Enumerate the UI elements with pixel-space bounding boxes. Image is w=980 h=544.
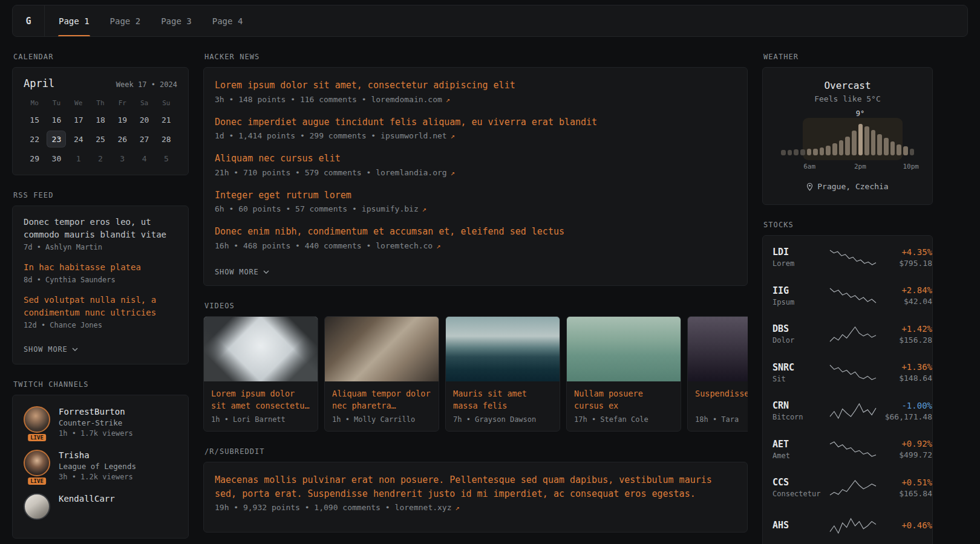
weather-widget: WEATHER Overcast Feels like 5°C 9° 6am2p…	[762, 53, 933, 205]
hackernews-show-more-button[interactable]: SHOW MORE	[215, 268, 269, 276]
source-link[interactable]: ipsumworld.net	[381, 131, 447, 140]
tab-page-3[interactable]: Page 3	[151, 5, 202, 36]
news-item[interactable]: Donec imperdiet augue tincidunt felis al…	[215, 115, 736, 141]
channel-avatar	[24, 450, 50, 476]
source-link[interactable]: loremnet.xyz	[395, 503, 452, 512]
hackernews-card: Lorem ipsum dolor sit amet, consectetur …	[203, 67, 748, 286]
weather-bar	[890, 141, 895, 155]
weather-peak-temp: 9°	[856, 109, 864, 118]
video-card-body: Nullam posuere cursus ex17h • Stefan Col…	[567, 381, 681, 432]
stock-row[interactable]: IIGIpsum+2.84%$42.04	[773, 277, 923, 316]
rss-item[interactable]: Sed volutpat nulla nisl, a condimentum n…	[24, 294, 177, 329]
weather-condition: Overcast	[774, 80, 921, 91]
weather-hourly-chart: 9°	[781, 124, 914, 155]
news-item-meta-text: 16h • 468 points • 440 comments •	[215, 241, 371, 250]
twitch-channel-category: Counter-Strike	[59, 418, 133, 427]
stock-ticker: CRN	[773, 400, 829, 411]
stock-name: Sit	[773, 375, 829, 383]
calendar-card: April Week 17 • 2024 MoTuWeThFrSaSu 1516…	[12, 67, 189, 175]
video-card[interactable]: Mauris sit amet massa felis7h • Grayson …	[445, 316, 560, 432]
twitch-channel[interactable]: LIVETrishaLeague of Legends3h • 1.2k vie…	[24, 450, 177, 481]
rss-item-title: Sed volutpat nulla nisl, a condimentum n…	[24, 294, 177, 319]
weather-bar	[910, 149, 915, 155]
video-card[interactable]: Aliquam tempor dolor nec pharetra…1h • M…	[324, 316, 439, 432]
source-link[interactable]: loremlandia.org	[376, 168, 446, 177]
stock-change: +0.92%	[877, 439, 932, 448]
stock-values: +0.51%$165.84	[877, 478, 932, 498]
news-item-meta-text: 19h • 9,932 points • 1,090 comments •	[215, 503, 390, 512]
stock-sparkline	[829, 249, 877, 266]
weather-card: Overcast Feels like 5°C 9° 6am2pm10pm Pr…	[762, 67, 933, 205]
news-item[interactable]: Lorem ipsum dolor sit amet, consectetur …	[215, 79, 736, 104]
stock-info: LDILorem	[773, 247, 829, 268]
weather-bar	[903, 146, 908, 155]
news-item[interactable]: Maecenas mollis pulvinar erat non posuer…	[215, 473, 736, 512]
stock-ticker: AET	[773, 439, 829, 450]
hackernews-widget: HACKER NEWS Lorem ipsum dolor sit amet, …	[203, 53, 748, 286]
twitch-channel-info: TrishaLeague of Legends3h • 1.2k viewers	[59, 450, 136, 481]
twitch-channel[interactable]: LIVEForrestBurtonCounter-Strike1h • 1.7k…	[24, 406, 177, 438]
rss-item[interactable]: Donec tempor eros leo, ut commodo mauris…	[24, 216, 177, 251]
news-item-title: Maecenas mollis pulvinar erat non posuer…	[215, 473, 736, 500]
video-title: Mauris sit amet massa felis	[453, 387, 552, 412]
source-link[interactable]: loremdomain.com	[371, 95, 442, 104]
stock-change: +1.42%	[877, 324, 932, 334]
video-card[interactable]: Suspendisse diam18h • Tara	[687, 316, 748, 432]
external-link-icon: ↗	[436, 242, 440, 250]
stock-sparkline-svg	[829, 479, 877, 496]
stock-row[interactable]: CRNBitcorn-1.00%$66,171.48	[773, 392, 923, 430]
weather-time-label: 10pm	[903, 163, 920, 170]
external-link-icon: ↗	[451, 169, 455, 177]
app-logo[interactable]: G	[13, 5, 45, 36]
stock-ticker: SNRC	[773, 362, 829, 373]
calendar-day: 5	[157, 151, 175, 166]
rss-show-more-button[interactable]: SHOW MORE	[24, 345, 78, 354]
calendar-day-headers: MoTuWeThFrSaSu	[24, 99, 177, 107]
stock-change: +0.51%	[877, 478, 932, 487]
topbar: G Page 1Page 2Page 3Page 4	[12, 5, 968, 37]
rss-item[interactable]: In hac habitasse platea8d • Cynthia Saun…	[24, 261, 177, 284]
video-card-body: Mauris sit amet massa felis7h • Grayson …	[446, 381, 560, 432]
stock-row[interactable]: CCSConsectetur+0.51%$165.84	[773, 468, 923, 507]
stock-row[interactable]: LDILorem+4.35%$795.18	[773, 238, 923, 277]
tab-page-1[interactable]: Page 1	[48, 5, 100, 36]
live-badge: LIVE	[28, 434, 46, 441]
video-card[interactable]: Lorem ipsum dolor sit amet consectetu…1h…	[203, 316, 318, 432]
news-item-title: Donec imperdiet augue tincidunt felis al…	[215, 115, 736, 129]
stock-info: CCSConsectetur	[773, 477, 829, 498]
calendar-day: 4	[136, 151, 154, 166]
video-card-body: Lorem ipsum dolor sit amet consectetu…1h…	[204, 381, 318, 432]
calendar-widget-title: CALENDAR	[13, 53, 189, 61]
calendar-day-header: Su	[162, 99, 170, 107]
news-item-title: Donec enim nibh, condimentum et accumsan…	[215, 225, 736, 239]
stocks-card: LDILorem+4.35%$795.18IIGIpsum+2.84%$42.0…	[762, 235, 933, 544]
tab-page-2[interactable]: Page 2	[100, 5, 151, 36]
news-item[interactable]: Donec enim nibh, condimentum et accumsan…	[215, 225, 736, 250]
stock-sparkline-svg	[829, 517, 877, 534]
source-link[interactable]: loremtech.co	[376, 241, 433, 250]
calendar-day-header: Mo	[31, 99, 39, 107]
weather-bar	[864, 126, 869, 155]
stock-row[interactable]: SNRCSit+1.36%$148.64	[773, 354, 923, 392]
news-item[interactable]: Aliquam nec cursus elit21h • 710 points …	[215, 152, 736, 177]
twitch-channel[interactable]: KendallCarr	[24, 493, 177, 520]
stock-row[interactable]: DBSDolor+1.42%$156.28	[773, 315, 923, 354]
stock-ticker: LDI	[773, 247, 829, 257]
news-item-meta-text: 1d • 1,414 points • 299 comments •	[215, 131, 376, 140]
stocks-widget: STOCKS LDILorem+4.35%$795.18IIGIpsum+2.8…	[762, 221, 933, 544]
news-item[interactable]: Integer eget rutrum lorem6h • 60 points …	[215, 189, 736, 214]
tab-page-4[interactable]: Page 4	[202, 5, 253, 36]
video-thumbnail	[567, 317, 681, 381]
weather-bar	[871, 130, 876, 155]
stock-row[interactable]: AHS+0.46%	[773, 507, 923, 544]
calendar-day: 15	[25, 112, 44, 128]
stock-values: +2.84%$42.04	[877, 285, 932, 306]
calendar-days-grid: 1516171819202122232425262728293012345	[24, 112, 177, 166]
stock-price: $165.84	[877, 489, 932, 498]
source-link[interactable]: ipsumify.biz	[362, 204, 419, 213]
calendar-day: 26	[113, 131, 131, 147]
video-thumbnail	[204, 317, 318, 381]
stock-row[interactable]: AETAmet+0.92%$499.72	[773, 430, 923, 469]
video-card[interactable]: Nullam posuere cursus ex17h • Stefan Col…	[566, 316, 681, 432]
stock-price: $148.64	[877, 374, 932, 383]
